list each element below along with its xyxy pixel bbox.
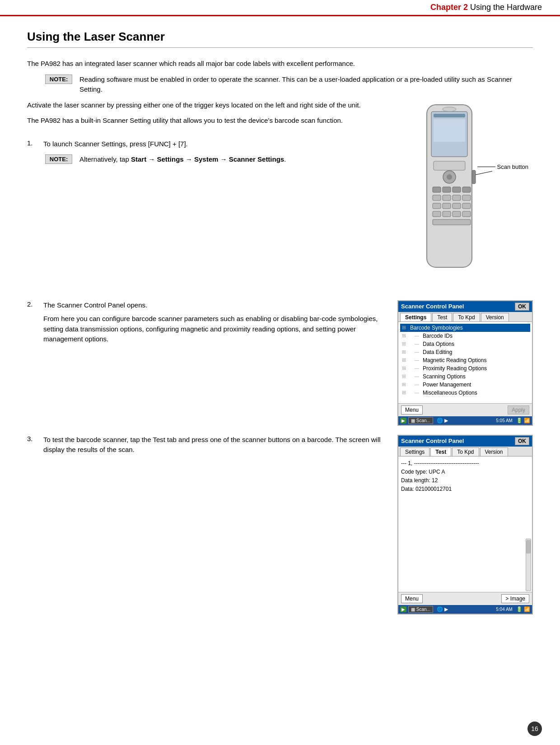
screenshot-1-footer: Menu Apply (398, 403, 532, 416)
dash-9: — (415, 390, 419, 395)
svg-line-26 (476, 170, 492, 175)
note-1-text: Reading software must be enabled in orde… (79, 74, 533, 95)
plus-icon-3: ⊞ (402, 341, 408, 347)
page-header: Chapter 2 Using the Hardware (0, 0, 560, 16)
step-3-number: 3. (27, 435, 38, 442)
scrollbar-thumb[interactable] (526, 540, 531, 554)
row-label-3: Data Options (423, 341, 454, 347)
scrollbar[interactable] (526, 539, 531, 591)
device-image-column: Scan button (397, 100, 533, 291)
svg-rect-3 (434, 119, 465, 142)
activate-text: Activate the laser scanner by pressing e… (27, 100, 384, 111)
screenshot-2-title: Scanner Control Panel (401, 438, 464, 444)
tab-test[interactable]: Test (432, 313, 452, 321)
screenshot-2-taskbar: ▶ ▦ Scan... 🌐 ▶ 5:04 AM 🔋 📶 (398, 605, 532, 614)
panel2-image-button[interactable]: > Image (501, 594, 529, 603)
screenshot-1-taskbar: ▶ ▦ Scan... 🌐 ▶ 5:05 AM 🔋 📶 (398, 416, 532, 425)
dash-3: — (415, 341, 419, 346)
dash-8: — (415, 382, 419, 387)
dash-6: — (415, 366, 419, 371)
taskbar-icons-1: 🌐 ▶ (437, 418, 448, 424)
header-chapter-label: Chapter 2 Using the Hardware (430, 3, 542, 12)
test-result-line2: Code type: UPC A (401, 468, 529, 476)
plus-icon-6: ⊞ (402, 365, 408, 371)
panel1-menu-button[interactable]: Menu (401, 405, 423, 414)
row-proximity[interactable]: ⊞ — Proximity Reading Options (400, 364, 530, 372)
row-label-8: Power Management (423, 382, 471, 388)
svg-rect-19 (462, 203, 471, 209)
step-1-number: 1. (27, 139, 38, 147)
plus-icon-9: ⊞ (402, 390, 408, 396)
step-3-item: 3. To test the barcode scanner, tap the … (27, 435, 384, 455)
row-barcode-symbologies[interactable]: ⊞ Barcode Symbologies (400, 324, 530, 332)
svg-rect-25 (472, 170, 476, 184)
taskbar-battery-2: 🔋 📶 (516, 606, 530, 612)
row-label-1: Barcode Symbologies (410, 325, 463, 331)
row-scanning[interactable]: ⊞ — Scanning Options (400, 372, 530, 381)
dash-5: — (415, 358, 419, 363)
step3-layout: 3. To test the barcode scanner, tap the … (27, 435, 533, 615)
dash-4: — (415, 349, 419, 354)
svg-rect-15 (462, 195, 471, 200)
screenshot-2-body: --- 1, ---------------------------------… (398, 456, 532, 538)
row-misc[interactable]: ⊞ — Miscellaneous Options (400, 389, 530, 397)
scanner-panel-2: Scanner Control Panel OK Settings Test T… (397, 435, 533, 615)
two-col-layout: Activate the laser scanner by pressing e… (27, 100, 533, 291)
screenshot-2-ok[interactable]: OK (515, 437, 529, 445)
taskbar-scan-1[interactable]: ▦ Scan... (408, 417, 433, 424)
tab2-version[interactable]: Version (480, 447, 508, 456)
tab-version[interactable]: Version (481, 313, 509, 321)
row-label-4: Data Editing (423, 349, 452, 355)
screenshot-2-titlebar: Scanner Control Panel OK (398, 436, 532, 447)
row-power[interactable]: ⊞ — Power Management (400, 381, 530, 389)
row-label-5: Magnetic Reading Options (423, 357, 486, 363)
tab-settings[interactable]: Settings (400, 313, 431, 321)
taskbar-start-1[interactable]: ▶ (400, 418, 406, 424)
scanner-panel-1: Scanner Control Panel OK Settings Test T… (397, 300, 533, 426)
note-2-label: NOTE: (45, 154, 72, 164)
svg-rect-16 (433, 203, 441, 209)
step-1-item: 1. To launch Scanner Settings, press [FU… (27, 139, 384, 149)
intro-paragraph: The PA982 has an integrated laser scanne… (27, 59, 533, 69)
step2-layout: 2. The Scanner Control Panel opens. From… (27, 300, 533, 426)
svg-rect-11 (462, 187, 471, 192)
taskbar-scan-2[interactable]: ▦ Scan... (408, 606, 433, 613)
step-1-text: To launch Scanner Settings, press [FUNC]… (43, 139, 188, 149)
device-image-container: Scan button (402, 100, 528, 291)
screenshot-1-container: Scanner Control Panel OK Settings Test T… (397, 300, 533, 426)
row-magnetic[interactable]: ⊞ — Magnetic Reading Options (400, 356, 530, 364)
taskbar-battery-1: 🔋 📶 (516, 418, 530, 424)
row-data-editing[interactable]: ⊞ — Data Editing (400, 348, 530, 356)
step-2-description: From here you can configure barcode scan… (43, 314, 384, 345)
row-data-options[interactable]: ⊞ — Data Options (400, 340, 530, 348)
step-3-text: To test the barcode scanner, tap the Tes… (43, 435, 384, 455)
taskbar-start-2[interactable]: ▶ (400, 606, 406, 612)
svg-rect-22 (453, 211, 461, 217)
screenshot-1-tabs: Settings Test To Kpd Version (398, 312, 532, 322)
section-title: Using the Laser Scanner (27, 30, 533, 48)
screenshot-1-ok[interactable]: OK (515, 303, 529, 311)
tab2-test[interactable]: Test (430, 447, 451, 456)
svg-rect-13 (443, 195, 451, 200)
note-1-label: NOTE: (45, 74, 72, 84)
test-result-line1: --- 1, ---------------------------------… (401, 459, 529, 468)
page-content: Using the Laser Scanner The PA982 has an… (0, 16, 560, 651)
svg-rect-14 (453, 195, 461, 200)
svg-rect-21 (443, 211, 451, 217)
panel2-menu-button[interactable]: Menu (401, 594, 423, 603)
scan-button-line (477, 167, 495, 167)
dash-7: — (415, 374, 419, 379)
step-2-item: 2. The Scanner Control Panel opens. From… (27, 300, 384, 350)
panel1-apply-button[interactable]: Apply (508, 405, 529, 414)
step2-left: 2. The Scanner Control Panel opens. From… (27, 300, 384, 426)
tab-tokpd[interactable]: To Kpd (453, 313, 480, 321)
row-barcode-ids[interactable]: ⊞ — Barcode IDs (400, 332, 530, 340)
pa982-text: The PA982 has a built-in Scanner Setting… (27, 116, 384, 126)
step-2-title: The Scanner Control Panel opens. (43, 301, 147, 309)
tab2-tokpd[interactable]: To Kpd (452, 447, 479, 456)
tab2-settings[interactable]: Settings (400, 447, 429, 456)
svg-rect-20 (433, 211, 441, 217)
taskbar-time-1: 5:05 AM (496, 418, 513, 423)
svg-rect-12 (433, 195, 441, 200)
page-number: 16 (527, 722, 542, 736)
